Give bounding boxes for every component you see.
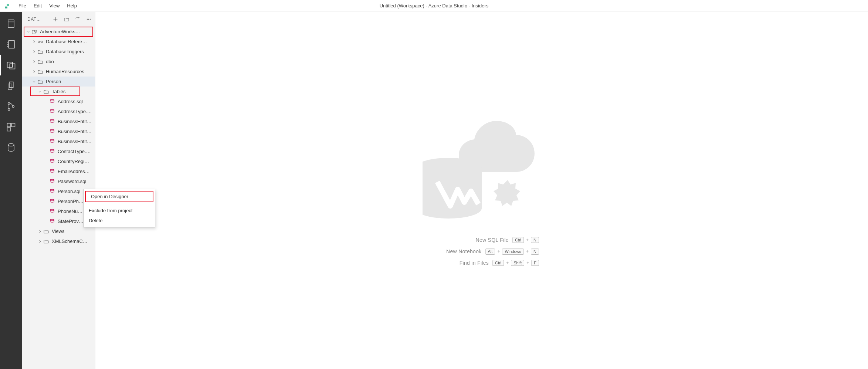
tree-file-be3[interactable]: BusinessEntit… — [22, 136, 95, 146]
plus-icon: + — [526, 237, 529, 243]
menubar: File Edit View Help — [15, 1, 81, 10]
chevron-down-icon — [25, 29, 31, 35]
folder-icon — [37, 58, 44, 65]
tree-label: BusinessEntit… — [58, 119, 95, 124]
tree-label: Address.sql — [58, 99, 95, 104]
tree-file-emailaddress[interactable]: EmailAddres… — [22, 166, 95, 176]
menu-help[interactable]: Help — [63, 1, 81, 10]
activity-bar — [0, 12, 22, 369]
activity-files-icon[interactable] — [0, 75, 22, 96]
svg-point-35 — [50, 199, 54, 201]
refresh-icon[interactable] — [74, 15, 82, 23]
tree-file-address[interactable]: Address.sql — [22, 97, 95, 106]
tree-file-password[interactable]: Password.sql — [22, 176, 95, 186]
welcome-label: New Notebook — [424, 248, 482, 254]
key-f: F — [531, 260, 539, 266]
svg-point-27 — [50, 119, 54, 121]
tree-tables[interactable]: Tables — [22, 87, 95, 97]
svg-point-17 — [87, 19, 88, 20]
activity-database-icon[interactable] — [0, 138, 22, 158]
tree-label: EmailAddres… — [58, 169, 95, 174]
activity-notebook-icon[interactable] — [0, 34, 22, 55]
tree-xmlschema[interactable]: XMLSchemaC… — [22, 236, 95, 246]
tree-label: BusinessEntit… — [58, 129, 95, 134]
tree-db-references[interactable]: Database Refere… — [22, 37, 95, 47]
tree-label: Views — [52, 228, 95, 234]
table-icon — [49, 128, 55, 135]
svg-point-14 — [8, 143, 14, 146]
plus-icon: + — [497, 249, 500, 254]
tree-label: ContactType.… — [58, 149, 95, 154]
key-alt: Alt — [485, 248, 495, 255]
tree-file-countryregion[interactable]: CountryRegi… — [22, 156, 95, 166]
activity-connections-icon[interactable] — [0, 13, 22, 34]
welcome-new-notebook: New Notebook Alt + Windows + N — [424, 248, 539, 255]
sidebar-title: DAT… — [24, 17, 48, 22]
svg-rect-2 — [9, 41, 14, 48]
open-folder-icon[interactable] — [62, 15, 71, 23]
menu-edit[interactable]: Edit — [30, 1, 45, 10]
svg-point-32 — [50, 169, 54, 171]
context-exclude-from-project[interactable]: Exclude from project — [84, 206, 155, 216]
table-icon — [49, 168, 55, 175]
tree-file-addresstype[interactable]: AddressType.… — [22, 106, 95, 116]
chevron-down-icon — [31, 79, 37, 85]
tree-label: CountryRegi… — [58, 159, 95, 164]
activity-extensions-icon[interactable] — [0, 117, 22, 138]
chevron-down-icon — [37, 89, 43, 95]
menu-file[interactable]: File — [15, 1, 30, 10]
table-icon — [49, 178, 55, 185]
svg-point-19 — [90, 19, 91, 20]
key-shift: Shift — [511, 260, 524, 266]
tree-views[interactable]: Views — [22, 226, 95, 236]
menu-view[interactable]: View — [45, 1, 63, 10]
svg-point-9 — [8, 109, 10, 111]
more-icon[interactable] — [85, 15, 93, 23]
table-icon — [49, 108, 55, 115]
table-icon — [49, 208, 55, 215]
welcome-label: Find in Files — [424, 260, 489, 266]
activity-source-control-icon[interactable] — [0, 96, 22, 117]
window-title: Untitled (Workspace) - Azure Data Studio… — [380, 3, 489, 9]
tree-file-be1[interactable]: BusinessEntit… — [22, 116, 95, 126]
tree-label: Database Refere… — [46, 39, 95, 44]
tree-label: HumanResources — [46, 69, 95, 74]
table-icon — [49, 118, 55, 125]
keybinding: Alt + Windows + N — [485, 248, 539, 255]
welcome-label: New SQL File — [424, 237, 509, 243]
activity-explorer-icon[interactable] — [0, 55, 22, 75]
welcome-commands: New SQL File Ctrl + N New Notebook Alt +… — [424, 232, 539, 271]
key-ctrl: Ctrl — [512, 237, 524, 243]
tree-label: Person — [46, 79, 95, 84]
folder-icon — [43, 88, 50, 95]
svg-point-30 — [50, 149, 54, 151]
tree-person[interactable]: Person — [22, 77, 95, 87]
tree-file-contacttype[interactable]: ContactType.… — [22, 146, 95, 156]
context-open-in-designer[interactable]: Open in Designer — [85, 191, 153, 202]
table-icon — [49, 198, 55, 205]
tree-label: Password.sql — [58, 179, 95, 184]
svg-point-21 — [35, 30, 37, 31]
table-icon — [49, 188, 55, 195]
tree-db-triggers[interactable]: DatabaseTriggers — [22, 47, 95, 57]
tree-dbo[interactable]: dbo — [22, 57, 95, 67]
keybinding: Ctrl + Shift + F — [492, 260, 539, 266]
tree-humanresources[interactable]: HumanResources — [22, 67, 95, 77]
svg-point-18 — [88, 19, 89, 20]
folder-icon — [43, 238, 50, 245]
tree-label: Tables — [52, 89, 95, 94]
editor-area: New SQL File Ctrl + N New Notebook Alt +… — [95, 12, 868, 369]
new-item-icon[interactable] — [51, 15, 60, 23]
tree-label: XMLSchemaC… — [52, 238, 95, 244]
table-icon — [49, 218, 55, 225]
tree-project-root[interactable]: AdventureWorks… — [22, 27, 95, 37]
key-windows: Windows — [502, 248, 524, 255]
table-icon — [49, 148, 55, 155]
context-delete[interactable]: Delete — [84, 216, 155, 226]
svg-rect-23 — [41, 41, 43, 43]
reference-icon — [37, 38, 44, 45]
svg-point-34 — [50, 189, 54, 191]
welcome-logo-icon — [423, 110, 541, 221]
plus-icon: + — [526, 249, 529, 254]
tree-file-be2[interactable]: BusinessEntit… — [22, 126, 95, 136]
